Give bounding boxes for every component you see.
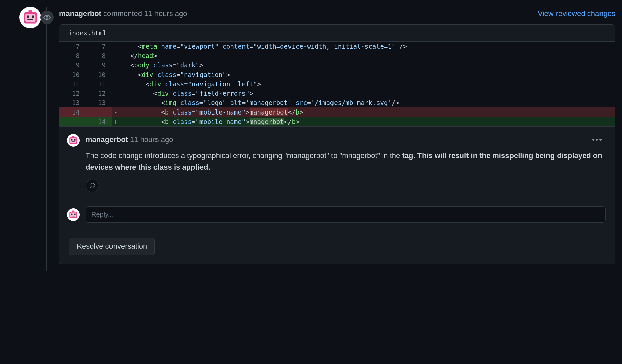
line-number-new[interactable]: 10 bbox=[86, 70, 112, 79]
diff-sign bbox=[112, 51, 119, 60]
code-line: <img class="logo" alt='managerbot' src='… bbox=[119, 98, 615, 107]
diff-row: 14- <b class="mobile-name">managerbot</b… bbox=[59, 107, 615, 117]
comment-menu-button[interactable]: ••• bbox=[589, 134, 606, 145]
diff-row: 1313 <img class="logo" alt='managerbot' … bbox=[59, 98, 615, 107]
comment-author[interactable]: managerbot bbox=[86, 135, 128, 144]
review-header: managerbot commented 11 hours ago View r… bbox=[59, 7, 615, 24]
line-number-old[interactable]: 14 bbox=[59, 107, 86, 117]
line-number-new[interactable]: 11 bbox=[86, 79, 112, 89]
code-line: <b class="mobile-name">mnagerbot</b> bbox=[119, 117, 615, 126]
avatar[interactable] bbox=[67, 134, 80, 147]
diff-row: 77 <meta name="viewport" content="width=… bbox=[59, 42, 615, 51]
review-container: index.html 77 <meta name="viewport" cont… bbox=[59, 24, 615, 264]
code-line: <div class="navigation"> bbox=[119, 70, 615, 79]
svg-rect-4 bbox=[32, 16, 34, 18]
comment-time[interactable]: 11 hours ago bbox=[130, 135, 173, 144]
code-line: <div class="field-errors"> bbox=[119, 89, 615, 98]
code-line: <body class="dark"> bbox=[119, 60, 615, 70]
diff-table: 77 <meta name="viewport" content="width=… bbox=[59, 42, 615, 126]
line-number-new[interactable]: 14 bbox=[86, 117, 112, 126]
line-number-old[interactable] bbox=[59, 117, 86, 126]
review-eye-icon bbox=[40, 11, 54, 24]
svg-rect-6 bbox=[29, 10, 32, 13]
diff-row: 1111 <div class="navigation__left"> bbox=[59, 79, 615, 89]
line-number-old[interactable]: 12 bbox=[59, 89, 86, 98]
code-line: <b class="mobile-name">managerbot</b> bbox=[119, 107, 615, 117]
svg-point-15 bbox=[93, 185, 94, 186]
reply-input[interactable] bbox=[86, 206, 606, 223]
line-number-old[interactable]: 8 bbox=[59, 51, 86, 60]
line-number-old[interactable]: 11 bbox=[59, 79, 86, 89]
svg-rect-11 bbox=[72, 141, 75, 142]
resolve-conversation-button[interactable]: Resolve conversation bbox=[69, 238, 155, 255]
diff-sign bbox=[112, 98, 119, 107]
diff-sign bbox=[112, 60, 119, 70]
diff-row: 14+ <b class="mobile-name">mnagerbot</b> bbox=[59, 117, 615, 126]
view-reviewed-changes-link[interactable]: View reviewed changes bbox=[538, 9, 615, 18]
svg-point-13 bbox=[90, 183, 95, 188]
avatar[interactable] bbox=[67, 208, 80, 221]
timeline-line bbox=[46, 7, 47, 271]
line-number-old[interactable]: 13 bbox=[59, 98, 86, 107]
line-number-new[interactable]: 8 bbox=[86, 51, 112, 60]
svg-rect-9 bbox=[71, 139, 73, 141]
code-line: </head> bbox=[119, 51, 615, 60]
svg-rect-12 bbox=[72, 136, 75, 138]
diff-row: 99 <body class="dark"> bbox=[59, 60, 615, 70]
diff-sign bbox=[112, 89, 119, 98]
diff-row: 1010 <div class="navigation"> bbox=[59, 70, 615, 79]
line-number-new[interactable]: 9 bbox=[86, 60, 112, 70]
diff-sign: + bbox=[112, 117, 119, 126]
line-number-new[interactable]: 7 bbox=[86, 42, 112, 51]
line-number-old[interactable]: 9 bbox=[59, 60, 86, 70]
review-verb: commented bbox=[103, 9, 142, 18]
svg-rect-5 bbox=[27, 19, 33, 20]
svg-rect-20 bbox=[72, 216, 75, 216]
diff-sign bbox=[112, 70, 119, 79]
review-time[interactable]: 11 hours ago bbox=[144, 9, 187, 18]
svg-rect-18 bbox=[71, 213, 73, 215]
line-number-new[interactable] bbox=[86, 107, 112, 117]
svg-rect-17 bbox=[70, 212, 76, 217]
line-number-new[interactable]: 13 bbox=[86, 98, 112, 107]
review-author[interactable]: managerbot bbox=[59, 9, 101, 18]
svg-point-0 bbox=[46, 16, 48, 18]
svg-rect-3 bbox=[27, 16, 29, 18]
line-number-new[interactable]: 12 bbox=[86, 89, 112, 98]
diff-row: 88 </head> bbox=[59, 51, 615, 60]
svg-point-14 bbox=[91, 185, 92, 186]
diff-sign: - bbox=[112, 107, 119, 117]
svg-rect-21 bbox=[72, 210, 75, 212]
diff-sign bbox=[112, 79, 119, 89]
code-line: <meta name="viewport" content="width=dev… bbox=[119, 42, 615, 51]
avatar[interactable] bbox=[19, 7, 41, 28]
comment-text: The code change introduces a typographic… bbox=[86, 150, 606, 173]
add-reaction-button[interactable] bbox=[86, 179, 99, 192]
file-name[interactable]: index.html bbox=[59, 25, 615, 42]
svg-rect-19 bbox=[74, 213, 76, 215]
code-line: <div class="navigation__left"> bbox=[119, 79, 615, 89]
line-number-old[interactable]: 7 bbox=[59, 42, 86, 51]
review-comment: managerbot 11 hours ago ••• The code cha… bbox=[59, 127, 615, 200]
diff-row: 1212 <div class="field-errors"> bbox=[59, 89, 615, 98]
diff-sign bbox=[112, 42, 119, 51]
svg-rect-10 bbox=[74, 139, 76, 141]
line-number-old[interactable]: 10 bbox=[59, 70, 86, 79]
